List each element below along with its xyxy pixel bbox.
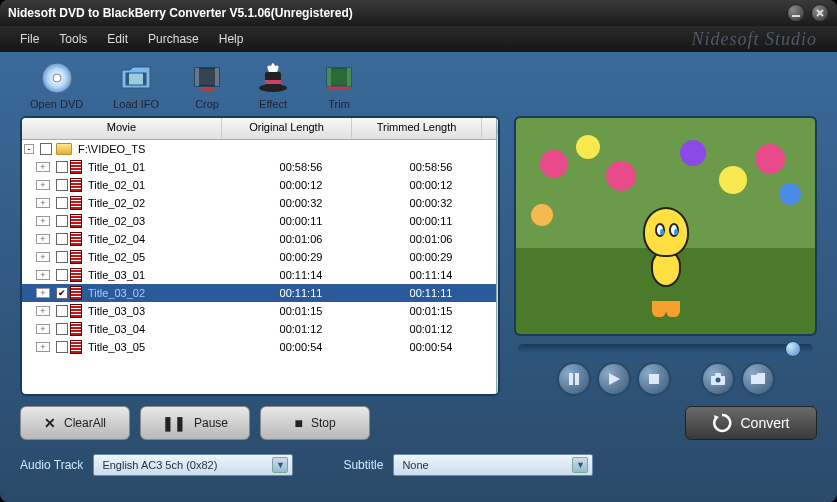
list-item[interactable]: +Title_01_0100:58:5600:58:56 <box>22 158 496 176</box>
seek-bar[interactable] <box>518 344 813 354</box>
expand-icon[interactable]: + <box>36 270 50 280</box>
checkbox[interactable] <box>56 323 68 335</box>
checkbox[interactable] <box>56 269 68 281</box>
film-icon <box>70 268 82 282</box>
original-length: 00:00:29 <box>236 251 366 263</box>
checkbox[interactable] <box>40 143 52 155</box>
player-pause-button[interactable] <box>557 362 591 396</box>
checkbox[interactable] <box>56 287 68 299</box>
expand-icon[interactable]: + <box>36 324 50 334</box>
collapse-icon[interactable]: - <box>24 144 34 154</box>
list-item[interactable]: +Title_02_0500:00:2900:00:29 <box>22 248 496 266</box>
list-header: Movie Original Length Trimmed Length <box>22 118 496 140</box>
checkbox[interactable] <box>56 251 68 263</box>
seek-thumb[interactable] <box>785 341 801 357</box>
checkbox[interactable] <box>56 215 68 227</box>
convert-icon <box>712 413 732 433</box>
scroll-thumb[interactable] <box>498 134 500 254</box>
checkbox[interactable] <box>56 179 68 191</box>
audio-track-dropdown[interactable]: English AC3 5ch (0x82) ▼ <box>93 454 293 476</box>
list-item[interactable]: +Title_03_0400:01:1200:01:12 <box>22 320 496 338</box>
root-path: F:\VIDEO_TS <box>78 143 145 155</box>
button-label: ClearAll <box>64 416 106 430</box>
expand-icon[interactable]: + <box>36 342 50 352</box>
checkbox[interactable] <box>56 197 68 209</box>
header-trimmed-length[interactable]: Trimmed Length <box>352 118 482 139</box>
scroll-up-icon[interactable]: ▲ <box>497 118 500 134</box>
dropdown-value: English AC3 5ch (0x82) <box>102 459 217 471</box>
expand-icon[interactable]: + <box>36 306 50 316</box>
trimmed-length: 00:00:12 <box>366 179 496 191</box>
tree-root-row[interactable]: - F:\VIDEO_TS <box>22 140 496 158</box>
svg-point-27 <box>715 378 720 383</box>
clear-all-button[interactable]: ✕ ClearAll <box>20 406 130 440</box>
list-item[interactable]: +Title_03_0500:00:5400:00:54 <box>22 338 496 356</box>
checkbox[interactable] <box>56 305 68 317</box>
menu-tools[interactable]: Tools <box>59 32 87 46</box>
scroll-down-icon[interactable]: ▼ <box>497 378 500 394</box>
checkbox[interactable] <box>56 233 68 245</box>
pause-button[interactable]: ❚❚ Pause <box>140 406 250 440</box>
preview-image <box>516 118 815 334</box>
tool-crop[interactable]: Crop <box>189 60 225 110</box>
svg-rect-24 <box>649 374 659 384</box>
stop-button[interactable]: ■ Stop <box>260 406 370 440</box>
trimmed-length: 00:01:12 <box>366 323 496 335</box>
header-movie[interactable]: Movie <box>22 118 222 139</box>
tool-open-dvd[interactable]: Open DVD <box>30 60 83 110</box>
original-length: 00:00:54 <box>236 341 366 353</box>
checkbox[interactable] <box>56 341 68 353</box>
minimize-button[interactable] <box>787 4 805 22</box>
open-folder-button[interactable] <box>741 362 775 396</box>
list-item[interactable]: +Title_03_0100:11:1400:11:14 <box>22 266 496 284</box>
movie-list-panel: Movie Original Length Trimmed Length - F… <box>20 116 500 396</box>
menu-purchase[interactable]: Purchase <box>148 32 199 46</box>
subtitle-dropdown[interactable]: None ▼ <box>393 454 593 476</box>
svg-rect-21 <box>569 373 573 385</box>
movie-name: Title_02_02 <box>86 197 236 209</box>
list-item[interactable]: +Title_02_0100:00:1200:00:12 <box>22 176 496 194</box>
movie-name: Title_03_05 <box>86 341 236 353</box>
checkbox[interactable] <box>56 161 68 173</box>
expand-icon[interactable]: + <box>36 198 50 208</box>
snapshot-button[interactable] <box>701 362 735 396</box>
movie-name: Title_02_05 <box>86 251 236 263</box>
header-original-length[interactable]: Original Length <box>222 118 352 139</box>
video-preview[interactable] <box>514 116 817 336</box>
stop-icon: ■ <box>294 415 302 431</box>
film-icon <box>70 214 82 228</box>
original-length: 00:58:56 <box>236 161 366 173</box>
list-item[interactable]: +Title_02_0300:00:1100:00:11 <box>22 212 496 230</box>
list-item[interactable]: +Title_03_0200:11:1100:11:11 <box>22 284 496 302</box>
trimmed-length: 00:00:29 <box>366 251 496 263</box>
player-play-button[interactable] <box>597 362 631 396</box>
convert-button[interactable]: Convert <box>685 406 817 440</box>
original-length: 00:00:11 <box>236 215 366 227</box>
close-button[interactable] <box>811 4 829 22</box>
list-item[interactable]: +Title_02_0400:01:0600:01:06 <box>22 230 496 248</box>
expand-icon[interactable]: + <box>36 216 50 226</box>
expand-icon[interactable]: + <box>36 162 50 172</box>
film-icon <box>70 304 82 318</box>
menu-help[interactable]: Help <box>219 32 244 46</box>
expand-icon[interactable]: + <box>36 252 50 262</box>
film-icon <box>70 250 82 264</box>
list-item[interactable]: +Title_03_0300:01:1500:01:15 <box>22 302 496 320</box>
list-item[interactable]: +Title_02_0200:00:3200:00:32 <box>22 194 496 212</box>
expand-icon[interactable]: + <box>36 180 50 190</box>
tool-effect[interactable]: Effect <box>255 60 291 110</box>
tool-load-ifo[interactable]: Load IFO <box>113 60 159 110</box>
menu-edit[interactable]: Edit <box>107 32 128 46</box>
expand-icon[interactable]: + <box>36 288 50 298</box>
pause-icon: ❚❚ <box>162 415 186 431</box>
chevron-down-icon: ▼ <box>572 457 588 473</box>
expand-icon[interactable]: + <box>36 234 50 244</box>
magic-hat-icon <box>255 60 291 96</box>
original-length: 00:00:32 <box>236 197 366 209</box>
list-scrollbar[interactable]: ▲ ▼ <box>496 118 500 394</box>
tool-trim[interactable]: Trim <box>321 60 357 110</box>
svg-rect-0 <box>792 15 800 17</box>
x-icon: ✕ <box>44 415 56 431</box>
menu-file[interactable]: File <box>20 32 39 46</box>
player-stop-button[interactable] <box>637 362 671 396</box>
